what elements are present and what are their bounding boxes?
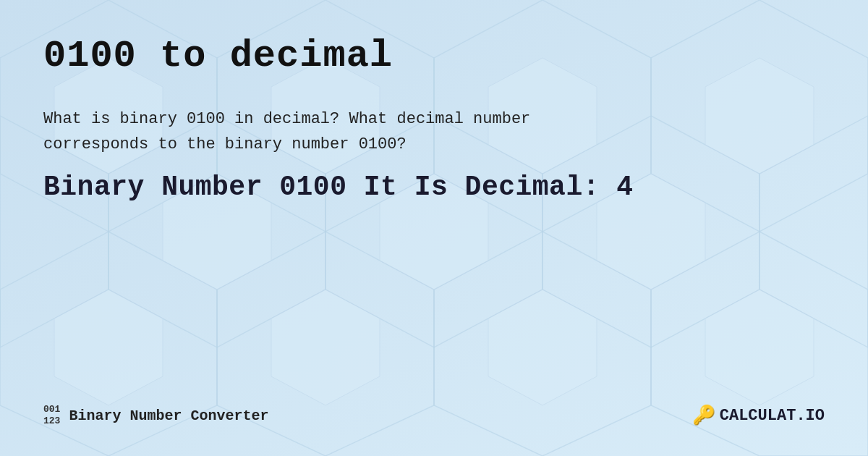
description-text: What is binary 0100 in decimal? What dec… bbox=[43, 106, 694, 157]
result-section: Binary Number 0100 It Is Decimal: 4 bbox=[43, 172, 825, 203]
key-icon: 🔑 bbox=[692, 404, 715, 427]
footer-left: 001 123 Binary Number Converter bbox=[43, 404, 268, 426]
footer: 001 123 Binary Number Converter 🔑 CALCUL… bbox=[43, 404, 825, 427]
binary-icon: 001 123 bbox=[43, 404, 60, 426]
logo-text: CALCULAT.IO bbox=[720, 407, 825, 425]
binary-icon-bottom: 123 bbox=[43, 415, 60, 427]
description-line2: corresponds to the binary number 0100? bbox=[43, 135, 407, 153]
description-line1: What is binary 0100 in decimal? What dec… bbox=[43, 110, 530, 128]
logo: 🔑 CALCULAT.IO bbox=[692, 404, 825, 427]
result-text: Binary Number 0100 It Is Decimal: 4 bbox=[43, 172, 825, 203]
converter-label: Binary Number Converter bbox=[69, 408, 268, 424]
page-title: 0100 to decimal bbox=[43, 35, 825, 77]
binary-icon-top: 001 bbox=[43, 404, 60, 415]
